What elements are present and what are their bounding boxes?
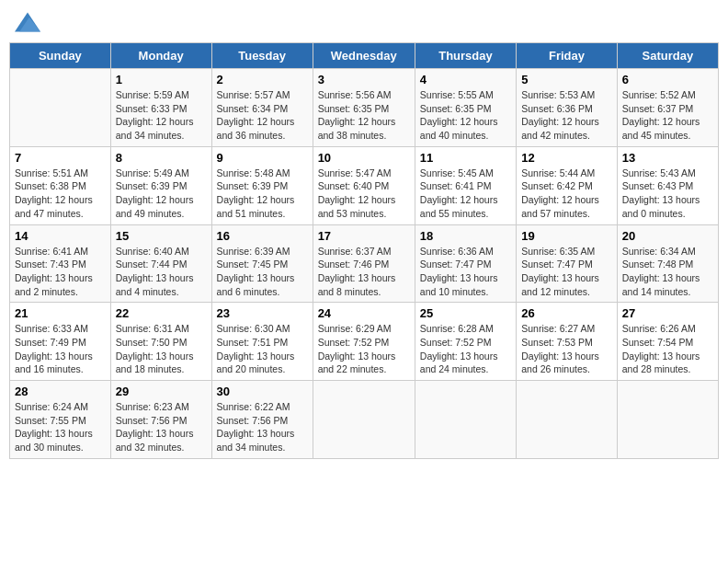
day-detail: Sunrise: 6:23 AMSunset: 7:56 PMDaylight:… <box>116 400 207 454</box>
day-number: 24 <box>318 306 410 320</box>
day-header-sunday: Sunday <box>10 43 111 69</box>
day-number: 23 <box>217 306 308 320</box>
day-detail: Sunrise: 5:52 AMSunset: 6:37 PMDaylight:… <box>622 88 713 143</box>
day-number: 30 <box>217 385 308 398</box>
calendar-cell: 15Sunrise: 6:40 AMSunset: 7:44 PMDayligh… <box>110 224 211 303</box>
day-detail: Sunrise: 5:44 AMSunset: 6:42 PMDaylight:… <box>521 167 612 221</box>
calendar-cell: 25Sunrise: 6:28 AMSunset: 7:52 PMDayligh… <box>415 303 516 381</box>
day-header-saturday: Saturday <box>617 43 718 69</box>
calendar-cell: 27Sunrise: 6:26 AMSunset: 7:54 PMDayligh… <box>617 303 718 381</box>
day-detail: Sunrise: 5:53 AMSunset: 6:36 PMDaylight:… <box>521 88 612 143</box>
calendar-cell <box>313 381 415 459</box>
day-number: 5 <box>521 73 612 86</box>
calendar-cell: 18Sunrise: 6:36 AMSunset: 7:47 PMDayligh… <box>415 224 516 303</box>
calendar-cell <box>617 381 718 459</box>
day-detail: Sunrise: 5:47 AMSunset: 6:40 PMDaylight:… <box>318 167 410 221</box>
calendar-cell: 23Sunrise: 6:30 AMSunset: 7:51 PMDayligh… <box>211 303 313 381</box>
day-detail: Sunrise: 6:37 AMSunset: 7:46 PMDaylight:… <box>318 245 410 299</box>
day-detail: Sunrise: 5:43 AMSunset: 6:43 PMDaylight:… <box>622 167 713 221</box>
calendar-cell: 29Sunrise: 6:23 AMSunset: 7:56 PMDayligh… <box>110 381 211 459</box>
calendar-cell: 10Sunrise: 5:47 AMSunset: 6:40 PMDayligh… <box>313 146 415 224</box>
day-number: 29 <box>116 385 207 398</box>
day-detail: Sunrise: 5:48 AMSunset: 6:39 PMDaylight:… <box>217 167 308 221</box>
day-detail: Sunrise: 5:45 AMSunset: 6:41 PMDaylight:… <box>420 167 511 221</box>
day-number: 18 <box>420 229 511 243</box>
day-number: 1 <box>116 73 207 86</box>
day-number: 9 <box>217 151 308 165</box>
calendar-cell: 1Sunrise: 5:59 AMSunset: 6:33 PMDaylight… <box>110 69 211 147</box>
day-number: 19 <box>521 229 612 243</box>
calendar-table: SundayMondayTuesdayWednesdayThursdayFrid… <box>9 42 719 459</box>
calendar-cell: 17Sunrise: 6:37 AMSunset: 7:46 PMDayligh… <box>313 224 415 303</box>
day-header-monday: Monday <box>110 43 211 69</box>
calendar-cell: 5Sunrise: 5:53 AMSunset: 6:36 PMDaylight… <box>517 69 618 147</box>
day-detail: Sunrise: 6:35 AMSunset: 7:47 PMDaylight:… <box>521 245 612 299</box>
day-number: 13 <box>622 151 713 165</box>
calendar-cell: 14Sunrise: 6:41 AMSunset: 7:43 PMDayligh… <box>10 224 111 303</box>
calendar-cell: 11Sunrise: 5:45 AMSunset: 6:41 PMDayligh… <box>415 146 516 224</box>
calendar-cell: 6Sunrise: 5:52 AMSunset: 6:37 PMDaylight… <box>617 69 718 147</box>
day-number: 12 <box>521 151 612 165</box>
calendar-cell: 21Sunrise: 6:33 AMSunset: 7:49 PMDayligh… <box>10 303 111 381</box>
day-detail: Sunrise: 6:33 AMSunset: 7:49 PMDaylight:… <box>15 322 106 376</box>
calendar-header-row: SundayMondayTuesdayWednesdayThursdayFrid… <box>10 43 719 69</box>
day-detail: Sunrise: 6:34 AMSunset: 7:48 PMDaylight:… <box>622 245 713 299</box>
day-detail: Sunrise: 5:55 AMSunset: 6:35 PMDaylight:… <box>420 88 511 143</box>
day-number: 26 <box>521 306 612 320</box>
calendar-cell <box>517 381 618 459</box>
calendar-cell: 22Sunrise: 6:31 AMSunset: 7:50 PMDayligh… <box>110 303 211 381</box>
calendar-cell <box>415 381 516 459</box>
day-header-thursday: Thursday <box>415 43 516 69</box>
day-number: 15 <box>116 229 207 243</box>
calendar-cell <box>10 69 111 147</box>
day-detail: Sunrise: 6:31 AMSunset: 7:50 PMDaylight:… <box>116 322 207 376</box>
day-detail: Sunrise: 5:56 AMSunset: 6:35 PMDaylight:… <box>318 88 410 143</box>
logo <box>13 9 46 35</box>
page-header <box>9 9 719 35</box>
day-detail: Sunrise: 5:59 AMSunset: 6:33 PMDaylight:… <box>116 88 207 143</box>
day-detail: Sunrise: 6:27 AMSunset: 7:53 PMDaylight:… <box>521 322 612 376</box>
logo-icon <box>13 9 42 35</box>
day-detail: Sunrise: 5:57 AMSunset: 6:34 PMDaylight:… <box>217 88 308 143</box>
day-detail: Sunrise: 6:36 AMSunset: 7:47 PMDaylight:… <box>420 245 511 299</box>
day-header-friday: Friday <box>517 43 618 69</box>
calendar-cell: 3Sunrise: 5:56 AMSunset: 6:35 PMDaylight… <box>313 69 415 147</box>
calendar-cell: 4Sunrise: 5:55 AMSunset: 6:35 PMDaylight… <box>415 69 516 147</box>
calendar-cell: 8Sunrise: 5:49 AMSunset: 6:39 PMDaylight… <box>110 146 211 224</box>
calendar-cell: 12Sunrise: 5:44 AMSunset: 6:42 PMDayligh… <box>517 146 618 224</box>
day-detail: Sunrise: 6:40 AMSunset: 7:44 PMDaylight:… <box>116 245 207 299</box>
day-detail: Sunrise: 5:51 AMSunset: 6:38 PMDaylight:… <box>15 167 106 221</box>
day-detail: Sunrise: 6:41 AMSunset: 7:43 PMDaylight:… <box>15 245 106 299</box>
calendar-week-3: 14Sunrise: 6:41 AMSunset: 7:43 PMDayligh… <box>10 224 719 303</box>
calendar-week-2: 7Sunrise: 5:51 AMSunset: 6:38 PMDaylight… <box>10 146 719 224</box>
day-header-wednesday: Wednesday <box>313 43 415 69</box>
day-number: 22 <box>116 306 207 320</box>
calendar-cell: 20Sunrise: 6:34 AMSunset: 7:48 PMDayligh… <box>617 224 718 303</box>
day-number: 7 <box>15 151 106 165</box>
day-detail: Sunrise: 6:30 AMSunset: 7:51 PMDaylight:… <box>217 322 308 376</box>
day-detail: Sunrise: 6:22 AMSunset: 7:56 PMDaylight:… <box>217 400 308 454</box>
day-number: 20 <box>622 229 713 243</box>
day-number: 3 <box>318 73 410 86</box>
day-detail: Sunrise: 6:24 AMSunset: 7:55 PMDaylight:… <box>15 400 106 454</box>
calendar-cell: 28Sunrise: 6:24 AMSunset: 7:55 PMDayligh… <box>10 381 111 459</box>
calendar-cell: 24Sunrise: 6:29 AMSunset: 7:52 PMDayligh… <box>313 303 415 381</box>
calendar-cell: 19Sunrise: 6:35 AMSunset: 7:47 PMDayligh… <box>517 224 618 303</box>
day-number: 4 <box>420 73 511 86</box>
day-number: 27 <box>622 306 713 320</box>
calendar-cell: 7Sunrise: 5:51 AMSunset: 6:38 PMDaylight… <box>10 146 111 224</box>
day-number: 8 <box>116 151 207 165</box>
day-number: 25 <box>420 306 511 320</box>
calendar-week-5: 28Sunrise: 6:24 AMSunset: 7:55 PMDayligh… <box>10 381 719 459</box>
day-number: 16 <box>217 229 308 243</box>
day-detail: Sunrise: 6:26 AMSunset: 7:54 PMDaylight:… <box>622 322 713 376</box>
calendar-week-1: 1Sunrise: 5:59 AMSunset: 6:33 PMDaylight… <box>10 69 719 147</box>
day-detail: Sunrise: 6:28 AMSunset: 7:52 PMDaylight:… <box>420 322 511 376</box>
calendar-cell: 13Sunrise: 5:43 AMSunset: 6:43 PMDayligh… <box>617 146 718 224</box>
day-detail: Sunrise: 5:49 AMSunset: 6:39 PMDaylight:… <box>116 167 207 221</box>
day-detail: Sunrise: 6:39 AMSunset: 7:45 PMDaylight:… <box>217 245 308 299</box>
day-number: 17 <box>318 229 410 243</box>
calendar-cell: 2Sunrise: 5:57 AMSunset: 6:34 PMDaylight… <box>211 69 313 147</box>
day-number: 14 <box>15 229 106 243</box>
calendar-body: 1Sunrise: 5:59 AMSunset: 6:33 PMDaylight… <box>10 69 719 459</box>
